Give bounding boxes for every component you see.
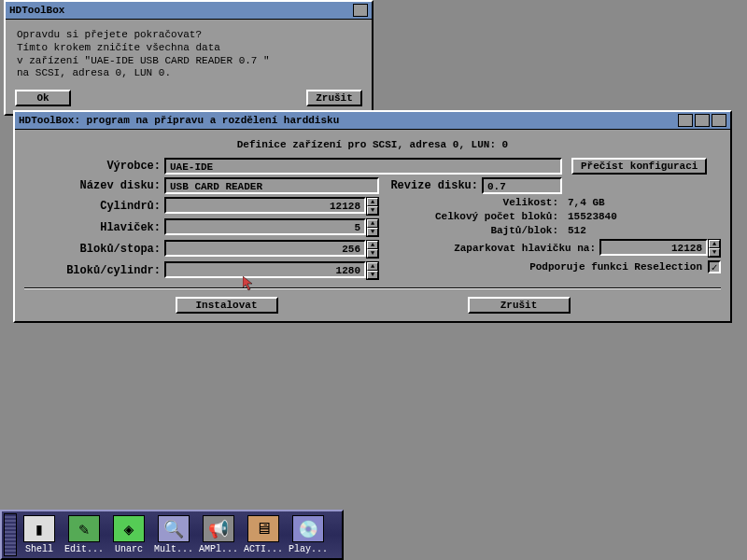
dock-label: Edit... <box>63 544 106 554</box>
park-label: Zaparkovat hlavičku na: <box>394 243 599 254</box>
disc-icon: 💿 <box>292 515 324 542</box>
archive-icon: ◈ <box>113 515 145 542</box>
stepper-arrows-icon[interactable]: ▲▼ <box>366 240 379 259</box>
depth-gadget-icon[interactable] <box>712 114 726 127</box>
speaker-icon: 📢 <box>203 515 234 542</box>
blocks-track-stepper[interactable]: 256 ▲▼ <box>164 240 379 259</box>
dock-handle[interactable] <box>4 513 17 556</box>
dock-label: Unarc <box>107 544 150 554</box>
dock: ▮ Shell ✎ Edit... ◈ Unarc 🔍 Mult... 📢 AM… <box>0 510 344 560</box>
cylinders-stepper[interactable]: 12128 ▲▼ <box>164 197 379 216</box>
reselection-checkbox[interactable]: ✓ <box>708 260 721 273</box>
park-stepper[interactable]: 12128 ▲▼ <box>599 239 721 258</box>
dock-label: ACTI... <box>242 544 285 554</box>
manufacturer-label: Výrobce: <box>24 160 164 173</box>
blocks-track-input[interactable]: 256 <box>164 240 366 257</box>
manufacturer-input[interactable]: UAE-IDE <box>164 158 562 175</box>
bytes-block-label: Bajtů/blok: <box>394 225 562 236</box>
dock-item-acti[interactable]: 🖥 ACTI... <box>241 513 286 556</box>
stepper-arrows-icon[interactable]: ▲▼ <box>366 261 379 280</box>
total-blocks-value: 15523840 <box>562 211 617 222</box>
revision-label: Revize disku: <box>379 179 482 192</box>
monitor-icon: 🖥 <box>247 515 279 542</box>
reselection-label: Podporuje funkci Reselection <box>529 261 702 273</box>
revision-input[interactable]: 0.7 <box>482 177 562 194</box>
depth-gadget-icon[interactable] <box>353 4 368 17</box>
blocks-track-label: Bloků/stopa: <box>24 243 164 256</box>
dialog-titlebar[interactable]: HDToolBox <box>6 2 372 20</box>
dock-item-edit[interactable]: ✎ Edit... <box>62 513 106 556</box>
main-cancel-button[interactable]: Zrušit <box>468 297 571 314</box>
main-title: HDToolBox: program na přípravu a rozděle… <box>19 115 676 126</box>
dock-item-ampl[interactable]: 📢 AMPl... <box>196 513 241 556</box>
bytes-block-value: 512 <box>562 225 586 236</box>
stepper-arrows-icon[interactable]: ▲▼ <box>366 218 379 237</box>
disk-name-input[interactable]: USB CARD READER <box>164 177 379 194</box>
dock-label: Shell <box>18 544 61 554</box>
dock-label: Play... <box>287 544 330 554</box>
iconify-gadget-icon[interactable] <box>678 114 693 127</box>
editor-icon: ✎ <box>68 515 100 542</box>
park-input[interactable]: 12128 <box>599 239 708 256</box>
heads-input[interactable]: 5 <box>164 218 366 235</box>
ok-button[interactable]: Ok <box>15 90 71 106</box>
dialog-title: HDToolBox <box>9 5 351 16</box>
main-titlebar[interactable]: HDToolBox: program na přípravu a rozděle… <box>15 112 730 130</box>
shell-icon: ▮ <box>23 515 55 542</box>
dock-item-unarc[interactable]: ◈ Unarc <box>106 513 151 556</box>
blocks-cyl-label: Bloků/cylindr: <box>24 264 164 277</box>
subtitle: Definice zařízení pro SCSI, adresa 0, LU… <box>24 135 721 158</box>
size-label: Velikost: <box>394 197 562 208</box>
confirm-dialog: HDToolBox Opravdu si přejete pokračovat?… <box>4 0 374 116</box>
cancel-button[interactable]: Zrušit <box>306 90 362 106</box>
separator <box>24 287 721 289</box>
stepper-arrows-icon[interactable]: ▲▼ <box>366 197 379 216</box>
dock-label: Mult... <box>152 544 195 554</box>
blocks-cyl-stepper[interactable]: 1280 ▲▼ <box>164 261 379 280</box>
dock-item-shell[interactable]: ▮ Shell <box>17 513 62 556</box>
blocks-cyl-input[interactable]: 1280 <box>164 261 366 278</box>
main-window: HDToolBox: program na přípravu a rozděle… <box>13 110 732 323</box>
disk-name-label: Název disku: <box>24 179 164 192</box>
dock-label: AMPl... <box>197 544 240 554</box>
dock-item-play[interactable]: 💿 Play... <box>286 513 331 556</box>
zoom-gadget-icon[interactable] <box>695 114 710 127</box>
heads-label: Hlaviček: <box>24 221 164 234</box>
heads-stepper[interactable]: 5 ▲▼ <box>164 218 379 237</box>
stepper-arrows-icon[interactable]: ▲▼ <box>708 239 721 258</box>
dialog-message: Opravdu si přejete pokračovat? Tímto kro… <box>15 25 362 86</box>
total-blocks-label: Celkový počet bloků: <box>394 211 562 222</box>
read-config-button[interactable]: Přečíst konfiguraci <box>571 158 707 175</box>
dock-item-mult[interactable]: 🔍 Mult... <box>151 513 196 556</box>
magnifier-icon: 🔍 <box>158 515 190 542</box>
cylinders-input[interactable]: 12128 <box>164 197 366 214</box>
size-value: 7,4 GB <box>562 197 605 208</box>
install-button[interactable]: Instalovat <box>176 297 278 314</box>
cylinders-label: Cylindrů: <box>24 200 164 213</box>
